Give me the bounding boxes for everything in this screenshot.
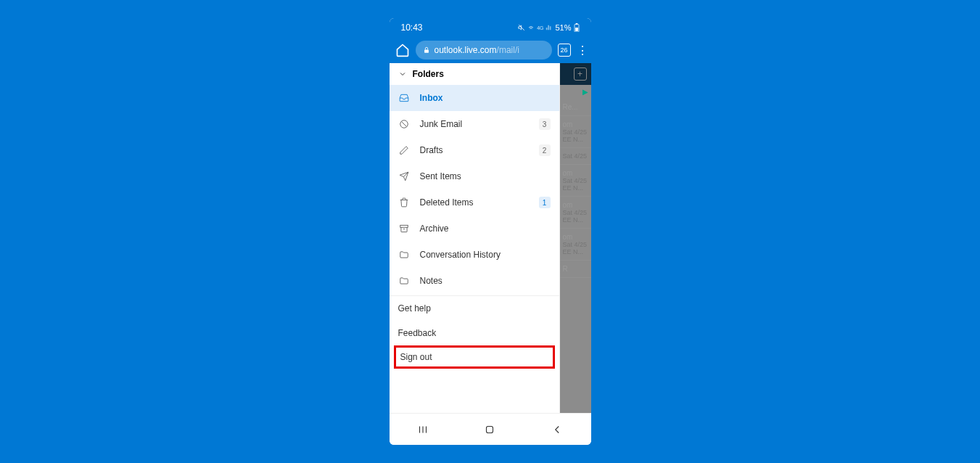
- sign-out-link[interactable]: Sign out: [394, 345, 555, 369]
- network-label: 4G: [537, 25, 543, 30]
- battery-percent: 51%: [555, 23, 571, 32]
- sidebar-item-label: Conversation History: [420, 250, 551, 260]
- browser-more-icon[interactable]: ⋮: [577, 44, 585, 57]
- chevron-down-icon: [398, 70, 407, 78]
- recent-apps-button[interactable]: [414, 421, 432, 438]
- sidebar-item-conversation[interactable]: Conversation History: [390, 242, 559, 268]
- signal-icon: [545, 24, 553, 31]
- sidebar-item-archive[interactable]: Archive: [390, 216, 559, 242]
- sidebar-item-deleted[interactable]: Deleted Items 1: [390, 189, 559, 216]
- svg-rect-3: [424, 50, 429, 53]
- android-nav-bar: [390, 413, 591, 445]
- url-text: outlook.live.com/mail/i: [435, 45, 519, 55]
- bg-message-row: Sat 4/25: [560, 148, 591, 165]
- sidebar-item-label: Sent Items: [420, 171, 551, 181]
- wifi-icon: [527, 24, 535, 31]
- svg-rect-10: [487, 426, 493, 433]
- sidebar-item-label: Inbox: [420, 93, 551, 103]
- folders-label: Folders: [413, 69, 444, 79]
- sidebar-item-sent[interactable]: Sent Items: [390, 163, 559, 189]
- trash-icon: [398, 197, 410, 208]
- sidebar-footer: Get help Feedback Sign out: [390, 295, 559, 373]
- sidebar: Folders Inbox Junk Email 3 Drafts 2 Sent…: [390, 63, 560, 413]
- battery-icon: [574, 23, 580, 32]
- feedback-link[interactable]: Feedback: [390, 321, 559, 345]
- bg-message-row: omSat 4/25EE N...: [560, 165, 591, 197]
- sidebar-item-drafts[interactable]: Drafts 2: [390, 137, 559, 163]
- sidebar-item-notes[interactable]: Notes: [390, 268, 559, 294]
- sidebar-item-junk[interactable]: Junk Email 3: [390, 111, 559, 137]
- svg-line-5: [401, 122, 406, 127]
- bg-filter-row: Re...: [560, 99, 591, 116]
- message-list-background: + ▶ Re... omSat 4/25EE N... Sat 4/25 omS…: [560, 63, 591, 413]
- count-badge: 1: [539, 197, 551, 208]
- home-icon[interactable]: [395, 43, 410, 57]
- mute-icon: [518, 24, 525, 31]
- phone-frame: 10:43 4G 51% outlook.live.com/mail/i 26 …: [390, 18, 591, 445]
- compose-icon[interactable]: +: [574, 67, 587, 81]
- browser-bar: outlook.live.com/mail/i 26 ⋮: [390, 37, 591, 63]
- svg-rect-2: [575, 28, 578, 31]
- edit-icon: [398, 144, 410, 156]
- sidebar-item-label: Deleted Items: [420, 197, 529, 208]
- bg-filter: ▶: [560, 85, 591, 99]
- bg-message-row: omSat 4/25EE N...: [560, 197, 591, 229]
- archive-icon: [398, 223, 410, 234]
- bg-header: +: [560, 63, 591, 85]
- folder-icon: [398, 275, 410, 287]
- status-indicators: 4G 51%: [518, 23, 579, 32]
- home-button[interactable]: [481, 421, 498, 438]
- folders-header[interactable]: Folders: [390, 63, 559, 85]
- sidebar-item-label: Archive: [420, 224, 551, 234]
- tab-count[interactable]: 26: [558, 44, 571, 57]
- play-icon: ▶: [582, 88, 588, 96]
- content-area: + ▶ Re... omSat 4/25EE N... Sat 4/25 omS…: [390, 63, 591, 413]
- inbox-icon: [398, 92, 410, 104]
- folder-icon: [398, 249, 410, 261]
- status-bar: 10:43 4G 51%: [390, 18, 591, 37]
- back-button[interactable]: [548, 421, 566, 438]
- sidebar-item-label: Drafts: [420, 145, 529, 155]
- lock-icon: [423, 46, 430, 54]
- count-badge: 2: [539, 144, 551, 156]
- sidebar-item-label: Junk Email: [420, 119, 529, 129]
- status-time: 10:43: [401, 22, 423, 33]
- count-badge: 3: [539, 118, 551, 130]
- bg-message-row: R: [560, 261, 591, 278]
- bg-message-row: omSat 4/25EE N...: [560, 229, 591, 261]
- sidebar-item-label: Notes: [420, 276, 551, 286]
- send-icon: [398, 171, 410, 182]
- svg-rect-6: [400, 225, 408, 227]
- bg-message-row: omSat 4/25EE N...: [560, 116, 591, 148]
- url-bar[interactable]: outlook.live.com/mail/i: [416, 41, 552, 60]
- get-help-link[interactable]: Get help: [390, 296, 559, 321]
- sidebar-item-inbox[interactable]: Inbox: [390, 85, 559, 111]
- block-icon: [398, 118, 410, 130]
